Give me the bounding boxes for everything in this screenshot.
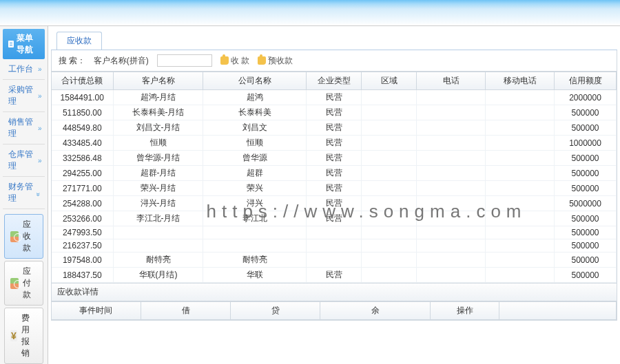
content-area: 应收款 搜 索： 客户名称(拼音) 收 款 预收款 合计债总额 客户名称	[48, 26, 621, 364]
chevron-down-icon: »	[38, 125, 39, 132]
col-tel[interactable]: 电话	[417, 72, 486, 90]
cell-mob	[486, 151, 555, 166]
prepay-button[interactable]: 预收款	[258, 55, 293, 67]
nav-label: 工作台	[8, 63, 33, 75]
cell-area	[362, 211, 417, 226]
dcol-credit[interactable]: 贷	[231, 302, 320, 320]
cell-comp: 长泰科美	[203, 105, 307, 120]
cell-cred: 500000	[555, 105, 617, 120]
table-row[interactable]: 253266.00李江北-月结李江北民营500000	[52, 211, 617, 226]
search-field-label: 客户名称(拼音)	[94, 55, 149, 67]
cell-mob	[486, 226, 555, 239]
cell-amt: 254288.00	[52, 196, 114, 211]
cell-cred: 500000	[555, 239, 617, 253]
nav-item-sales[interactable]: 销售管理 »	[3, 112, 45, 144]
cell-area	[362, 90, 417, 105]
main-layout: 菜单导航 工作台 » 采购管理 » 销售管理 » 仓库管理 » 财务管理 » 应…	[0, 26, 620, 364]
table-row[interactable]: 271771.00荣兴-月结荣兴民营500000	[52, 181, 617, 196]
cell-comp: 李江北	[203, 211, 307, 226]
cell-amt: 448549.80	[52, 120, 114, 136]
money-icon	[10, 278, 19, 289]
sub-label: 应付款	[23, 266, 37, 301]
table-row[interactable]: 197548.00耐特亮耐特亮500000	[52, 253, 617, 268]
sub-label: 费用报销	[21, 312, 37, 359]
cell-type	[307, 253, 362, 268]
cell-tel	[417, 166, 486, 181]
detail-header-row: 事件时间 借 贷 余 操作	[52, 302, 617, 320]
chevron-up-icon: »	[34, 192, 42, 193]
cell-cust: 曾华源-月结	[114, 151, 203, 166]
cell-cust: 浔兴-月结	[114, 196, 203, 211]
thumb-icon	[220, 56, 229, 65]
table-row[interactable]: 433485.40恒顺恒顺民营1000000	[52, 136, 617, 151]
col-credit[interactable]: 信用额度	[555, 72, 617, 90]
cell-cust: 恒顺	[114, 136, 203, 151]
dcol-time[interactable]: 事件时间	[52, 302, 141, 320]
col-mobile[interactable]: 移动电话	[486, 72, 555, 90]
cell-amt: 188437.50	[52, 268, 114, 283]
col-area[interactable]: 区域	[362, 72, 417, 90]
table-row[interactable]: 247993.50500000	[52, 226, 617, 239]
cell-type	[307, 226, 362, 239]
col-type[interactable]: 企业类型	[307, 72, 362, 90]
table-row[interactable]: 188437.50华联(月结)华联民营500000	[52, 268, 617, 283]
table-row[interactable]: 511850.00长泰科美-月结长泰科美民营500000	[52, 105, 617, 120]
dcol-debit[interactable]: 借	[141, 302, 231, 320]
cell-tel	[417, 253, 486, 268]
table-row[interactable]: 294255.00超群-月结超群民营500000	[52, 166, 617, 181]
search-bar: 搜 索： 客户名称(拼音) 收 款 预收款	[51, 50, 618, 72]
cell-comp: 曾华源	[203, 151, 307, 166]
table-row[interactable]: 448549.80刘昌文-月结刘昌文民营500000	[52, 120, 617, 136]
cell-mob	[486, 136, 555, 151]
cell-cust	[114, 239, 203, 253]
table-row[interactable]: 332586.48曾华源-月结曾华源民营500000	[52, 151, 617, 166]
dcol-balance[interactable]: 余	[320, 302, 431, 320]
dcol-action[interactable]: 操作	[431, 302, 499, 320]
search-label: 搜 索：	[59, 55, 85, 67]
nav-label: 采购管理	[8, 84, 38, 107]
col-company[interactable]: 公司名称	[203, 72, 307, 90]
tab-receivables[interactable]: 应收款	[56, 32, 102, 50]
table-row[interactable]: 1584491.00超鸿-月结超鸿民营2000000	[52, 90, 617, 105]
sub-expense[interactable]: ¥ 费用报销	[4, 308, 43, 364]
cell-amt: 1584491.00	[52, 90, 114, 105]
table-row[interactable]: 216237.50500000	[52, 239, 617, 253]
cell-area	[362, 226, 417, 239]
col-amount[interactable]: 合计债总额	[52, 72, 114, 90]
receivables-grid: 合计债总额 客户名称 公司名称 企业类型 区域 电话 移动电话 信用额度 158…	[51, 72, 618, 283]
nav-item-warehouse[interactable]: 仓库管理 »	[3, 144, 45, 177]
cell-amt: 294255.00	[52, 166, 114, 181]
cell-amt: 433485.40	[52, 136, 114, 151]
col-customer[interactable]: 客户名称	[114, 72, 203, 90]
nav-label: 销售管理	[8, 116, 38, 140]
cell-comp	[203, 239, 307, 253]
nav-item-finance[interactable]: 财务管理 »	[3, 177, 45, 209]
cell-type: 民营	[307, 166, 362, 181]
sub-payables[interactable]: 应付款	[4, 261, 43, 306]
thumb-icon	[258, 56, 266, 65]
cell-comp: 荣兴	[203, 181, 307, 196]
sidebar-title: 菜单导航	[3, 29, 45, 59]
cell-type: 民营	[307, 211, 362, 226]
receive-button[interactable]: 收 款	[220, 55, 249, 67]
top-header	[0, 0, 620, 26]
finance-sub-panel: 应收款 应付款 ¥ 费用报销	[3, 209, 45, 364]
nav-item-workbench[interactable]: 工作台 »	[3, 59, 45, 80]
cell-cred: 500000	[555, 120, 617, 136]
cell-amt: 511850.00	[52, 105, 114, 120]
cell-cred: 500000	[555, 151, 617, 166]
cell-tel	[417, 120, 486, 136]
cell-area	[362, 196, 417, 211]
nav-label: 财务管理	[8, 181, 38, 204]
nav-item-purchase[interactable]: 采购管理 »	[3, 80, 45, 112]
table-row[interactable]: 254288.00浔兴-月结浔兴民营5000000	[52, 196, 617, 211]
sub-receivables[interactable]: 应收款	[4, 214, 43, 259]
cell-cred: 500000	[555, 166, 617, 181]
cell-tel	[417, 105, 486, 120]
cell-amt: 247993.50	[52, 226, 114, 239]
cell-mob	[486, 196, 555, 211]
cell-cust: 华联(月结)	[114, 268, 203, 283]
sidebar-title-text: 菜单导航	[17, 32, 39, 56]
cell-type: 民营	[307, 196, 362, 211]
search-input[interactable]	[157, 54, 212, 67]
